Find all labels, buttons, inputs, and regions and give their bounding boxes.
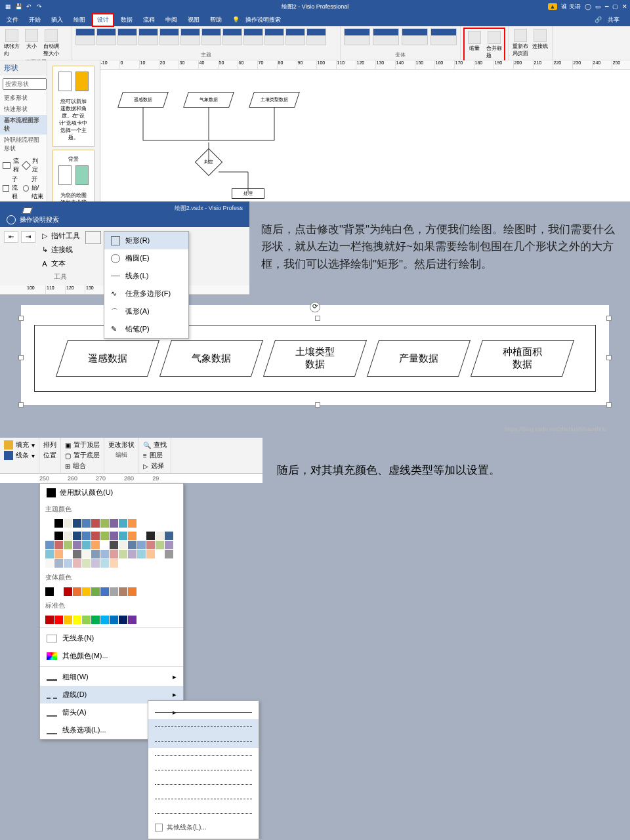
- shape-weather[interactable]: 气象数据: [183, 92, 234, 108]
- dash-longdot[interactable]: [148, 806, 259, 820]
- dash-long[interactable]: [148, 719, 259, 734]
- arrange-button[interactable]: 排列: [43, 440, 56, 450]
- group-shape-4[interactable]: 产量数据: [367, 340, 471, 377]
- share-button[interactable]: 🔗 共享: [591, 14, 627, 26]
- group-shape-3[interactable]: 土壤类型 数据: [263, 340, 367, 377]
- group-shape-1[interactable]: 遥感数据: [56, 340, 159, 377]
- cat-more[interactable]: 更多形状: [0, 93, 47, 104]
- autosize-button[interactable]: 自动调整大小: [42, 28, 60, 58]
- menu-pencil[interactable]: ✎铅笔(P): [104, 320, 188, 338]
- indent-right-icon[interactable]: ⇥: [21, 231, 35, 243]
- shape-dropdown[interactable]: [85, 231, 101, 244]
- theme-tints[interactable]: [40, 530, 183, 570]
- line-weight[interactable]: 粗细(W)▸: [40, 668, 183, 686]
- design-card-theme[interactable]: 您可以新加速数据和角度。在"设计"选项卡中选择一个主题。: [52, 66, 94, 147]
- menu-rectangle[interactable]: 矩形(R): [104, 232, 188, 249]
- more-colors[interactable]: 其他颜色(M)...: [40, 647, 183, 665]
- size-button[interactable]: 大小: [22, 28, 41, 58]
- position-button[interactable]: 位置: [43, 451, 56, 460]
- minimize-icon[interactable]: ━: [605, 3, 608, 10]
- tell-me[interactable]: 💡 操作说明搜索: [228, 14, 289, 26]
- find-button[interactable]: 🔍 查找: [143, 440, 167, 450]
- send-back[interactable]: ▢ 置于底层: [65, 451, 100, 460]
- dash-more[interactable]: 其他线条(L)...: [148, 820, 259, 835]
- text-tool[interactable]: A文本: [41, 259, 80, 268]
- cat-cross[interactable]: 跨职能流程图形状: [0, 135, 47, 154]
- theme-label: 主题: [75, 51, 337, 58]
- connector-tool[interactable]: ↳连接线: [41, 245, 80, 255]
- shape-remote[interactable]: 遥感数据: [117, 92, 169, 108]
- line-button[interactable]: 线条 ▾: [4, 451, 35, 460]
- relayout-button[interactable]: 重新布局页面: [511, 28, 530, 58]
- variant-palette[interactable]: [40, 585, 183, 598]
- variant-label: 变体: [343, 51, 457, 58]
- tab-design[interactable]: 设计: [92, 13, 114, 27]
- variant-1[interactable]: [344, 28, 370, 45]
- save-icon[interactable]: 💾: [14, 3, 22, 10]
- group-shape-5[interactable]: 种植面积 数据: [471, 340, 574, 377]
- variant-3[interactable]: [402, 28, 428, 45]
- dash-solid[interactable]: [148, 705, 259, 719]
- menu-freeform[interactable]: ∿任意多边形(F): [104, 285, 188, 303]
- menu-line[interactable]: 线条(L): [104, 267, 188, 285]
- menu-arc[interactable]: ⌒弧形(A): [104, 303, 188, 320]
- cat-basic[interactable]: 基本流程图形状: [0, 115, 47, 135]
- shape-decision[interactable]: 判定: [23, 157, 44, 174]
- no-line[interactable]: 无线条(N): [40, 629, 183, 647]
- cat-quick[interactable]: 快速形状: [0, 104, 47, 115]
- shape-decision-1[interactable]: 判定: [194, 148, 222, 176]
- user-avatar-icon[interactable]: ◯: [585, 3, 591, 10]
- shapes-search[interactable]: [3, 78, 47, 90]
- bring-front[interactable]: ▣ 置于顶层: [65, 440, 100, 450]
- tab-view[interactable]: 视图: [184, 14, 203, 26]
- tab-process[interactable]: 流程: [139, 14, 159, 26]
- dash-longshort[interactable]: [148, 791, 259, 806]
- dash-dashdotdot[interactable]: [148, 777, 259, 791]
- dash-short[interactable]: [148, 748, 259, 763]
- close-icon[interactable]: ✕: [622, 3, 627, 10]
- pointer-tool[interactable]: ▷指针工具: [41, 231, 80, 241]
- connectors-button[interactable]: 连接线: [531, 28, 549, 58]
- tab-draw[interactable]: 绘图: [70, 14, 89, 26]
- menu-ellipse[interactable]: 椭圆(E): [104, 249, 188, 267]
- fill-button[interactable]: 填充 ▾: [4, 440, 35, 450]
- theme-palette[interactable]: [40, 517, 183, 530]
- shape-terminator[interactable]: 开始/结束: [23, 175, 44, 201]
- tab-file[interactable]: 文件: [3, 14, 22, 26]
- variant-2[interactable]: [373, 28, 399, 45]
- shape-subprocess[interactable]: 子流程: [3, 175, 22, 201]
- group-shape-2[interactable]: 气象数据: [159, 340, 263, 377]
- tab-insert[interactable]: 插入: [47, 14, 67, 26]
- default-color[interactable]: 使用默认颜色(U): [40, 484, 183, 501]
- redo-icon[interactable]: ↷: [35, 3, 43, 10]
- dash-dashdot[interactable]: [148, 763, 259, 777]
- shape-process[interactable]: 流程: [3, 157, 22, 174]
- user-name[interactable]: 谁 天语: [561, 3, 581, 11]
- shape-process-1[interactable]: 处理: [232, 188, 264, 199]
- dash-submenu: 其他线条(L)...: [148, 700, 259, 839]
- tab-home[interactable]: 开始: [25, 14, 45, 26]
- change-shape[interactable]: 更改形状: [108, 440, 135, 450]
- layers-button[interactable]: ≡ 图层: [143, 451, 167, 460]
- variant-4[interactable]: [430, 28, 457, 45]
- group-button[interactable]: ⊞ 组合: [65, 461, 100, 471]
- dash-medium[interactable]: [148, 734, 259, 748]
- background-button[interactable]: 缩量: [465, 30, 484, 60]
- theme-gallery[interactable]: [75, 28, 337, 46]
- undo-icon[interactable]: ↶: [25, 3, 33, 10]
- ribbon-options-icon[interactable]: ▭: [595, 3, 601, 10]
- warning-icon[interactable]: ▲: [548, 3, 558, 10]
- tell-me-search[interactable]: 操作说明搜索: [7, 215, 243, 224]
- select-button[interactable]: ▷ 选择: [143, 461, 167, 471]
- rotate-handle-icon[interactable]: ⟳: [310, 302, 320, 312]
- maximize-icon[interactable]: ▢: [612, 3, 618, 10]
- indent-left-icon[interactable]: ⇤: [4, 231, 18, 243]
- tab-data[interactable]: 数据: [117, 14, 136, 26]
- orientation-button[interactable]: 纸张方向: [3, 28, 21, 58]
- drawing-canvas[interactable]: -100102030405060708090100110120130140150…: [100, 60, 630, 201]
- standard-palette[interactable]: [40, 614, 183, 626]
- borders-button[interactable]: 合并标题: [485, 30, 503, 60]
- tab-help[interactable]: 帮助: [206, 14, 226, 26]
- tab-review[interactable]: 申阅: [161, 14, 181, 26]
- shape-soil[interactable]: 土壤类型数据: [249, 92, 300, 108]
